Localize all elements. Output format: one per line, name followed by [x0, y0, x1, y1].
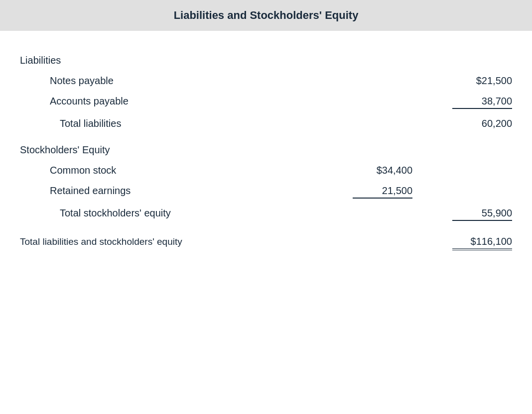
common-stock-row: Common stock $34,400 — [20, 165, 512, 176]
accounts-payable-row: Accounts payable 38,700 — [20, 96, 512, 109]
liabilities-section-label: Liabilities — [20, 55, 512, 66]
statement-body: Liabilities Notes payable $21,500 Accoun… — [0, 31, 532, 414]
grand-total-label: Total liabilities and stockholders' equi… — [20, 236, 182, 247]
stockholders-section-label: Stockholders' Equity — [20, 144, 512, 156]
notes-payable-values: $21,500 — [353, 75, 512, 87]
total-stockholders-equity-label: Total stockholders' equity — [20, 207, 171, 219]
retained-earnings-label: Retained earnings — [20, 185, 131, 197]
accounts-payable-right: 38,700 — [452, 96, 512, 109]
statement-container: Liabilities and Stockholders' Equity Lia… — [0, 0, 532, 414]
grand-total-right: $116,100 — [452, 236, 512, 250]
total-liabilities-right: 60,200 — [452, 118, 512, 129]
total-liabilities-row: Total liabilities 60,200 — [20, 118, 512, 129]
grand-total-values: $116,100 — [353, 236, 512, 250]
common-stock-label: Common stock — [20, 165, 116, 176]
total-stockholders-equity-right: 55,900 — [452, 207, 512, 221]
statement-header: Liabilities and Stockholders' Equity — [0, 0, 532, 31]
common-stock-values: $34,400 — [353, 165, 512, 176]
total-liabilities-label: Total liabilities — [20, 118, 121, 129]
total-stockholders-equity-values: 55,900 — [353, 207, 512, 221]
notes-payable-row: Notes payable $21,500 — [20, 75, 512, 87]
accounts-payable-values: 38,700 — [353, 96, 512, 109]
retained-earnings-values: 21,500 — [353, 185, 512, 199]
grand-total-row: Total liabilities and stockholders' equi… — [20, 236, 512, 250]
retained-earnings-row: Retained earnings 21,500 — [20, 185, 512, 199]
notes-payable-right: $21,500 — [452, 75, 512, 87]
total-liabilities-values: 60,200 — [353, 118, 512, 129]
retained-earnings-middle: 21,500 — [353, 185, 412, 199]
notes-payable-label: Notes payable — [20, 75, 114, 87]
common-stock-middle: $34,400 — [353, 165, 412, 176]
total-stockholders-equity-row: Total stockholders' equity 55,900 — [20, 207, 512, 221]
statement-title: Liabilities and Stockholders' Equity — [174, 9, 359, 21]
accounts-payable-label: Accounts payable — [20, 96, 129, 107]
